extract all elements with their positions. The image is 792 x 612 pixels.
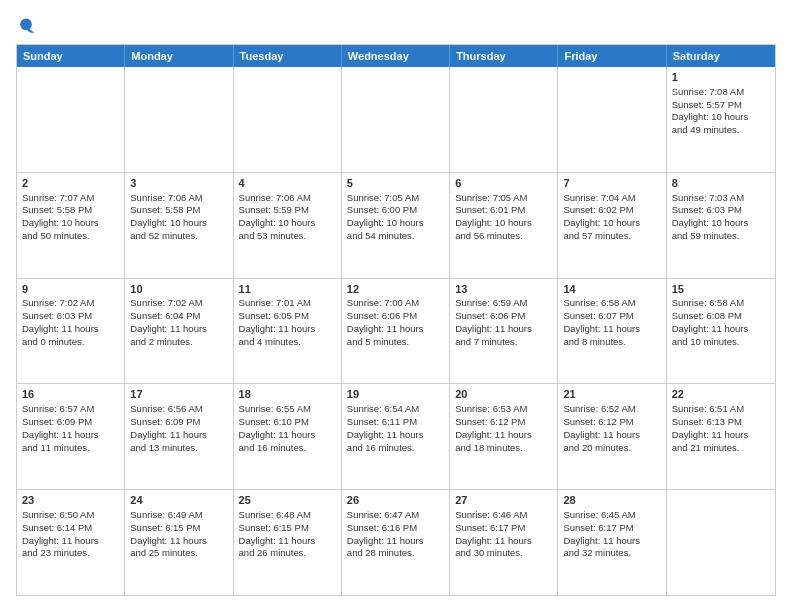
calendar-day-13: 13Sunrise: 6:59 AM Sunset: 6:06 PM Dayli… (450, 279, 558, 384)
svg-point-0 (20, 19, 32, 31)
day-number: 3 (130, 176, 227, 191)
day-info: Sunrise: 6:53 AM Sunset: 6:12 PM Dayligh… (455, 403, 532, 452)
calendar-row: 23Sunrise: 6:50 AM Sunset: 6:14 PM Dayli… (17, 490, 775, 595)
day-info: Sunrise: 6:46 AM Sunset: 6:17 PM Dayligh… (455, 509, 532, 558)
day-number: 13 (455, 282, 552, 297)
calendar-day-25: 25Sunrise: 6:48 AM Sunset: 6:15 PM Dayli… (234, 490, 342, 595)
day-number: 4 (239, 176, 336, 191)
calendar-empty-cell (125, 67, 233, 172)
day-info: Sunrise: 6:51 AM Sunset: 6:13 PM Dayligh… (672, 403, 749, 452)
day-number: 11 (239, 282, 336, 297)
day-info: Sunrise: 7:05 AM Sunset: 6:00 PM Dayligh… (347, 192, 424, 241)
logo-icon (16, 16, 36, 36)
day-info: Sunrise: 7:08 AM Sunset: 5:57 PM Dayligh… (672, 86, 749, 135)
page: SundayMondayTuesdayWednesdayThursdayFrid… (0, 0, 792, 612)
day-number: 22 (672, 387, 770, 402)
weekday-header: Tuesday (234, 45, 342, 67)
calendar-row: 2Sunrise: 7:07 AM Sunset: 5:58 PM Daylig… (17, 173, 775, 279)
day-info: Sunrise: 6:49 AM Sunset: 6:15 PM Dayligh… (130, 509, 207, 558)
day-info: Sunrise: 7:00 AM Sunset: 6:06 PM Dayligh… (347, 297, 424, 346)
day-number: 5 (347, 176, 444, 191)
calendar-header: SundayMondayTuesdayWednesdayThursdayFrid… (17, 45, 775, 67)
calendar-day-28: 28Sunrise: 6:45 AM Sunset: 6:17 PM Dayli… (558, 490, 666, 595)
day-number: 16 (22, 387, 119, 402)
day-number: 17 (130, 387, 227, 402)
calendar-day-22: 22Sunrise: 6:51 AM Sunset: 6:13 PM Dayli… (667, 384, 775, 489)
svg-marker-1 (28, 28, 35, 33)
day-number: 8 (672, 176, 770, 191)
calendar-day-8: 8Sunrise: 7:03 AM Sunset: 6:03 PM Daylig… (667, 173, 775, 278)
calendar-day-9: 9Sunrise: 7:02 AM Sunset: 6:03 PM Daylig… (17, 279, 125, 384)
calendar-day-21: 21Sunrise: 6:52 AM Sunset: 6:12 PM Dayli… (558, 384, 666, 489)
weekday-header: Thursday (450, 45, 558, 67)
day-number: 24 (130, 493, 227, 508)
calendar-row: 9Sunrise: 7:02 AM Sunset: 6:03 PM Daylig… (17, 279, 775, 385)
day-number: 21 (563, 387, 660, 402)
day-number: 26 (347, 493, 444, 508)
logo (16, 16, 40, 36)
calendar-day-16: 16Sunrise: 6:57 AM Sunset: 6:09 PM Dayli… (17, 384, 125, 489)
day-number: 20 (455, 387, 552, 402)
calendar-day-24: 24Sunrise: 6:49 AM Sunset: 6:15 PM Dayli… (125, 490, 233, 595)
day-number: 28 (563, 493, 660, 508)
day-number: 19 (347, 387, 444, 402)
day-number: 18 (239, 387, 336, 402)
day-number: 25 (239, 493, 336, 508)
day-info: Sunrise: 6:57 AM Sunset: 6:09 PM Dayligh… (22, 403, 99, 452)
calendar-day-14: 14Sunrise: 6:58 AM Sunset: 6:07 PM Dayli… (558, 279, 666, 384)
day-info: Sunrise: 7:02 AM Sunset: 6:04 PM Dayligh… (130, 297, 207, 346)
day-info: Sunrise: 7:05 AM Sunset: 6:01 PM Dayligh… (455, 192, 532, 241)
calendar-empty-cell (667, 490, 775, 595)
day-info: Sunrise: 7:03 AM Sunset: 6:03 PM Dayligh… (672, 192, 749, 241)
header (16, 16, 776, 36)
calendar-day-19: 19Sunrise: 6:54 AM Sunset: 6:11 PM Dayli… (342, 384, 450, 489)
calendar-day-5: 5Sunrise: 7:05 AM Sunset: 6:00 PM Daylig… (342, 173, 450, 278)
calendar-day-1: 1Sunrise: 7:08 AM Sunset: 5:57 PM Daylig… (667, 67, 775, 172)
calendar-empty-cell (558, 67, 666, 172)
day-info: Sunrise: 6:56 AM Sunset: 6:09 PM Dayligh… (130, 403, 207, 452)
day-info: Sunrise: 7:02 AM Sunset: 6:03 PM Dayligh… (22, 297, 99, 346)
calendar-empty-cell (342, 67, 450, 172)
calendar-day-2: 2Sunrise: 7:07 AM Sunset: 5:58 PM Daylig… (17, 173, 125, 278)
day-number: 6 (455, 176, 552, 191)
day-info: Sunrise: 7:04 AM Sunset: 6:02 PM Dayligh… (563, 192, 640, 241)
calendar-day-6: 6Sunrise: 7:05 AM Sunset: 6:01 PM Daylig… (450, 173, 558, 278)
weekday-header: Sunday (17, 45, 125, 67)
calendar-day-26: 26Sunrise: 6:47 AM Sunset: 6:16 PM Dayli… (342, 490, 450, 595)
calendar-empty-cell (234, 67, 342, 172)
day-number: 1 (672, 70, 770, 85)
day-number: 23 (22, 493, 119, 508)
calendar-day-20: 20Sunrise: 6:53 AM Sunset: 6:12 PM Dayli… (450, 384, 558, 489)
day-number: 7 (563, 176, 660, 191)
weekday-header: Friday (558, 45, 666, 67)
day-number: 15 (672, 282, 770, 297)
day-number: 9 (22, 282, 119, 297)
calendar-day-11: 11Sunrise: 7:01 AM Sunset: 6:05 PM Dayli… (234, 279, 342, 384)
calendar-day-15: 15Sunrise: 6:58 AM Sunset: 6:08 PM Dayli… (667, 279, 775, 384)
calendar-day-10: 10Sunrise: 7:02 AM Sunset: 6:04 PM Dayli… (125, 279, 233, 384)
day-info: Sunrise: 7:07 AM Sunset: 5:58 PM Dayligh… (22, 192, 99, 241)
calendar-day-4: 4Sunrise: 7:06 AM Sunset: 5:59 PM Daylig… (234, 173, 342, 278)
weekday-header: Monday (125, 45, 233, 67)
day-info: Sunrise: 6:59 AM Sunset: 6:06 PM Dayligh… (455, 297, 532, 346)
calendar-row: 16Sunrise: 6:57 AM Sunset: 6:09 PM Dayli… (17, 384, 775, 490)
day-number: 14 (563, 282, 660, 297)
day-info: Sunrise: 6:48 AM Sunset: 6:15 PM Dayligh… (239, 509, 316, 558)
day-number: 27 (455, 493, 552, 508)
day-number: 10 (130, 282, 227, 297)
day-info: Sunrise: 6:58 AM Sunset: 6:07 PM Dayligh… (563, 297, 640, 346)
day-info: Sunrise: 6:50 AM Sunset: 6:14 PM Dayligh… (22, 509, 99, 558)
day-info: Sunrise: 6:52 AM Sunset: 6:12 PM Dayligh… (563, 403, 640, 452)
day-info: Sunrise: 7:06 AM Sunset: 5:58 PM Dayligh… (130, 192, 207, 241)
day-info: Sunrise: 7:01 AM Sunset: 6:05 PM Dayligh… (239, 297, 316, 346)
calendar-day-27: 27Sunrise: 6:46 AM Sunset: 6:17 PM Dayli… (450, 490, 558, 595)
day-info: Sunrise: 6:47 AM Sunset: 6:16 PM Dayligh… (347, 509, 424, 558)
calendar-day-7: 7Sunrise: 7:04 AM Sunset: 6:02 PM Daylig… (558, 173, 666, 278)
calendar-day-18: 18Sunrise: 6:55 AM Sunset: 6:10 PM Dayli… (234, 384, 342, 489)
calendar: SundayMondayTuesdayWednesdayThursdayFrid… (16, 44, 776, 596)
weekday-header: Wednesday (342, 45, 450, 67)
calendar-day-12: 12Sunrise: 7:00 AM Sunset: 6:06 PM Dayli… (342, 279, 450, 384)
calendar-day-3: 3Sunrise: 7:06 AM Sunset: 5:58 PM Daylig… (125, 173, 233, 278)
day-info: Sunrise: 6:55 AM Sunset: 6:10 PM Dayligh… (239, 403, 316, 452)
calendar-row: 1Sunrise: 7:08 AM Sunset: 5:57 PM Daylig… (17, 67, 775, 173)
